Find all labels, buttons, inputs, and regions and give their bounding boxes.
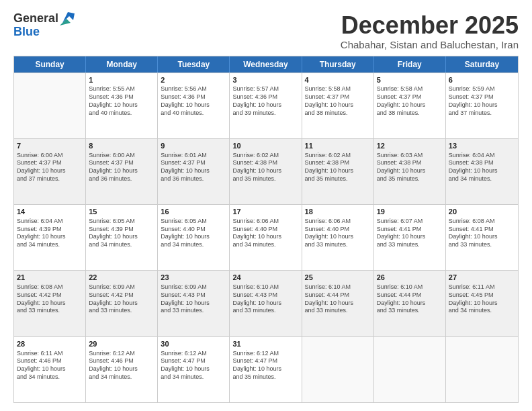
calendar-cell bbox=[302, 337, 374, 402]
day-number: 8 bbox=[89, 141, 154, 151]
calendar-week: 21Sunrise: 6:08 AM Sunset: 4:42 PM Dayli… bbox=[14, 270, 518, 336]
day-number: 19 bbox=[377, 207, 443, 217]
day-info: Sunrise: 6:06 AM Sunset: 4:40 PM Dayligh… bbox=[232, 218, 298, 249]
day-info: Sunrise: 6:05 AM Sunset: 4:39 PM Dayligh… bbox=[89, 218, 154, 249]
day-info: Sunrise: 5:58 AM Sunset: 4:37 PM Dayligh… bbox=[305, 85, 371, 117]
day-info: Sunrise: 6:02 AM Sunset: 4:38 PM Dayligh… bbox=[232, 152, 298, 183]
day-number: 2 bbox=[161, 75, 226, 85]
day-number: 5 bbox=[377, 75, 443, 85]
logo-blue-text: Blue bbox=[13, 26, 58, 39]
day-number: 25 bbox=[305, 273, 371, 283]
subtitle: Chabahar, Sistan and Baluchestan, Iran bbox=[341, 39, 519, 50]
calendar-week: 28Sunrise: 6:11 AM Sunset: 4:46 PM Dayli… bbox=[14, 336, 518, 402]
page: General Blue December 2025 Chabahar, Sis… bbox=[0, 0, 532, 411]
calendar-cell: 13Sunrise: 6:04 AM Sunset: 4:38 PM Dayli… bbox=[446, 139, 518, 204]
calendar-cell: 29Sunrise: 6:12 AM Sunset: 4:46 PM Dayli… bbox=[86, 337, 158, 402]
day-number: 11 bbox=[305, 141, 371, 151]
day-number: 13 bbox=[449, 141, 515, 151]
calendar-cell: 4Sunrise: 5:58 AM Sunset: 4:37 PM Daylig… bbox=[302, 73, 374, 138]
calendar-cell: 27Sunrise: 6:11 AM Sunset: 4:45 PM Dayli… bbox=[446, 271, 518, 336]
day-info: Sunrise: 6:11 AM Sunset: 4:46 PM Dayligh… bbox=[17, 350, 83, 381]
day-info: Sunrise: 6:08 AM Sunset: 4:42 PM Dayligh… bbox=[17, 283, 83, 315]
day-info: Sunrise: 6:12 AM Sunset: 4:47 PM Dayligh… bbox=[161, 350, 226, 381]
day-info: Sunrise: 6:06 AM Sunset: 4:40 PM Dayligh… bbox=[305, 218, 371, 249]
calendar-header-cell: Friday bbox=[374, 56, 446, 73]
day-number: 1 bbox=[89, 75, 154, 85]
day-info: Sunrise: 6:09 AM Sunset: 4:43 PM Dayligh… bbox=[161, 283, 226, 315]
calendar-header-cell: Sunday bbox=[14, 56, 86, 73]
calendar-cell: 16Sunrise: 6:05 AM Sunset: 4:40 PM Dayli… bbox=[158, 205, 230, 270]
calendar-week: 1Sunrise: 5:55 AM Sunset: 4:36 PM Daylig… bbox=[14, 73, 518, 138]
calendar-cell: 21Sunrise: 6:08 AM Sunset: 4:42 PM Dayli… bbox=[14, 271, 86, 336]
calendar-cell: 24Sunrise: 6:10 AM Sunset: 4:43 PM Dayli… bbox=[230, 271, 302, 336]
day-number: 23 bbox=[161, 273, 226, 283]
calendar-cell bbox=[374, 337, 446, 402]
day-info: Sunrise: 6:04 AM Sunset: 4:38 PM Dayligh… bbox=[449, 152, 515, 183]
day-info: Sunrise: 5:58 AM Sunset: 4:37 PM Dayligh… bbox=[377, 85, 443, 117]
calendar-cell: 10Sunrise: 6:02 AM Sunset: 4:38 PM Dayli… bbox=[230, 139, 302, 204]
day-number: 7 bbox=[17, 141, 83, 151]
calendar-cell: 8Sunrise: 6:00 AM Sunset: 4:37 PM Daylig… bbox=[86, 139, 158, 204]
day-number: 4 bbox=[305, 75, 371, 85]
day-info: Sunrise: 6:01 AM Sunset: 4:37 PM Dayligh… bbox=[161, 152, 226, 183]
day-info: Sunrise: 6:00 AM Sunset: 4:37 PM Dayligh… bbox=[17, 152, 83, 183]
calendar-cell: 30Sunrise: 6:12 AM Sunset: 4:47 PM Dayli… bbox=[158, 337, 230, 402]
calendar-cell: 20Sunrise: 6:08 AM Sunset: 4:41 PM Dayli… bbox=[446, 205, 518, 270]
day-number: 18 bbox=[305, 207, 371, 217]
calendar-cell: 26Sunrise: 6:10 AM Sunset: 4:44 PM Dayli… bbox=[374, 271, 446, 336]
header: General Blue December 2025 Chabahar, Sis… bbox=[13, 12, 519, 50]
logo-general-text: General bbox=[13, 12, 58, 26]
calendar-cell: 25Sunrise: 6:10 AM Sunset: 4:44 PM Dayli… bbox=[302, 271, 374, 336]
day-info: Sunrise: 6:08 AM Sunset: 4:41 PM Dayligh… bbox=[449, 218, 515, 249]
logo: General Blue bbox=[13, 12, 75, 39]
calendar-body: 1Sunrise: 5:55 AM Sunset: 4:36 PM Daylig… bbox=[14, 73, 518, 402]
day-number: 9 bbox=[161, 141, 226, 151]
day-info: Sunrise: 6:10 AM Sunset: 4:44 PM Dayligh… bbox=[305, 283, 371, 315]
calendar-header-cell: Wednesday bbox=[230, 56, 302, 73]
day-number: 29 bbox=[89, 339, 154, 349]
day-number: 24 bbox=[232, 273, 298, 283]
day-number: 6 bbox=[449, 75, 515, 85]
month-title: December 2025 bbox=[341, 12, 519, 39]
day-info: Sunrise: 5:57 AM Sunset: 4:36 PM Dayligh… bbox=[232, 85, 298, 117]
calendar-header-row: SundayMondayTuesdayWednesdayThursdayFrid… bbox=[14, 56, 518, 73]
calendar-cell: 23Sunrise: 6:09 AM Sunset: 4:43 PM Dayli… bbox=[158, 271, 230, 336]
day-number: 27 bbox=[449, 273, 515, 283]
title-block: December 2025 Chabahar, Sistan and Baluc… bbox=[341, 12, 519, 50]
day-number: 30 bbox=[161, 339, 226, 349]
day-number: 17 bbox=[232, 207, 298, 217]
calendar-cell: 3Sunrise: 5:57 AM Sunset: 4:36 PM Daylig… bbox=[230, 73, 302, 138]
logo-icon bbox=[60, 11, 75, 26]
day-number: 10 bbox=[232, 141, 298, 151]
calendar-cell: 9Sunrise: 6:01 AM Sunset: 4:37 PM Daylig… bbox=[158, 139, 230, 204]
day-number: 28 bbox=[17, 339, 83, 349]
calendar-cell bbox=[446, 337, 518, 402]
calendar-cell: 11Sunrise: 6:02 AM Sunset: 4:38 PM Dayli… bbox=[302, 139, 374, 204]
day-info: Sunrise: 6:07 AM Sunset: 4:41 PM Dayligh… bbox=[377, 218, 443, 249]
day-info: Sunrise: 5:59 AM Sunset: 4:37 PM Dayligh… bbox=[449, 85, 515, 117]
calendar-header-cell: Monday bbox=[86, 56, 158, 73]
day-number: 26 bbox=[377, 273, 443, 283]
day-info: Sunrise: 6:10 AM Sunset: 4:44 PM Dayligh… bbox=[377, 283, 443, 315]
day-number: 20 bbox=[449, 207, 515, 217]
calendar-header-cell: Tuesday bbox=[158, 56, 230, 73]
day-info: Sunrise: 6:04 AM Sunset: 4:39 PM Dayligh… bbox=[17, 218, 83, 249]
calendar-cell: 15Sunrise: 6:05 AM Sunset: 4:39 PM Dayli… bbox=[86, 205, 158, 270]
day-number: 12 bbox=[377, 141, 443, 151]
calendar-cell: 7Sunrise: 6:00 AM Sunset: 4:37 PM Daylig… bbox=[14, 139, 86, 204]
calendar: SundayMondayTuesdayWednesdayThursdayFrid… bbox=[13, 56, 519, 403]
calendar-header-cell: Saturday bbox=[446, 56, 518, 73]
calendar-header-cell: Thursday bbox=[302, 56, 374, 73]
day-info: Sunrise: 6:02 AM Sunset: 4:38 PM Dayligh… bbox=[305, 152, 371, 183]
day-number: 31 bbox=[232, 339, 298, 349]
day-number: 3 bbox=[232, 75, 298, 85]
calendar-cell: 14Sunrise: 6:04 AM Sunset: 4:39 PM Dayli… bbox=[14, 205, 86, 270]
day-info: Sunrise: 6:11 AM Sunset: 4:45 PM Dayligh… bbox=[449, 283, 515, 315]
day-info: Sunrise: 5:55 AM Sunset: 4:36 PM Dayligh… bbox=[89, 85, 154, 117]
calendar-week: 14Sunrise: 6:04 AM Sunset: 4:39 PM Dayli… bbox=[14, 204, 518, 270]
calendar-cell: 12Sunrise: 6:03 AM Sunset: 4:38 PM Dayli… bbox=[374, 139, 446, 204]
day-info: Sunrise: 6:03 AM Sunset: 4:38 PM Dayligh… bbox=[377, 152, 443, 183]
day-number: 14 bbox=[17, 207, 83, 217]
calendar-cell: 28Sunrise: 6:11 AM Sunset: 4:46 PM Dayli… bbox=[14, 337, 86, 402]
calendar-cell: 2Sunrise: 5:56 AM Sunset: 4:36 PM Daylig… bbox=[158, 73, 230, 138]
